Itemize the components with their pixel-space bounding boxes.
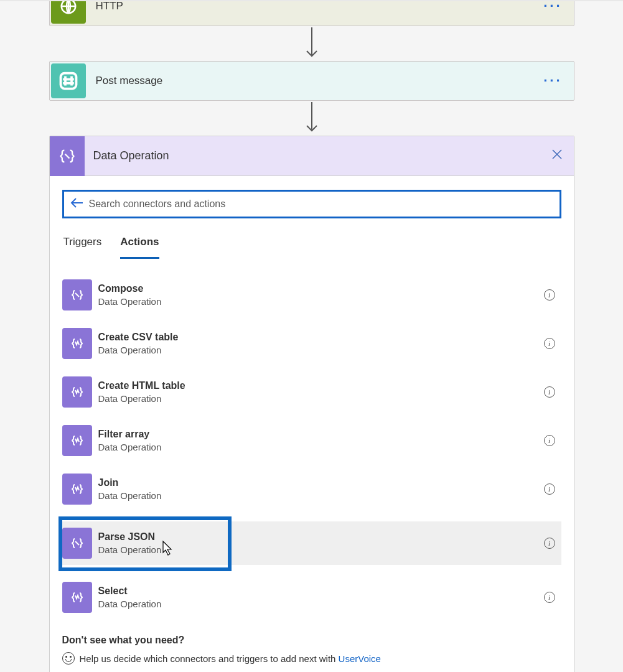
panel-footer: Don't see what you need? Help us decide …	[62, 635, 561, 665]
action-name: Compose	[98, 282, 544, 296]
action-sub: Data Operation	[98, 490, 544, 502]
code-braces-icon	[62, 279, 92, 310]
action-sub: Data Operation	[98, 441, 544, 454]
more-icon[interactable]: ···	[543, 73, 573, 89]
code-braces-icon	[62, 474, 92, 505]
action-sub: Data Operation	[98, 598, 544, 610]
info-icon[interactable]: i	[544, 483, 555, 495]
svg-line-8	[65, 154, 69, 158]
action-name: Create CSV table	[98, 331, 544, 344]
action-filter-array[interactable]: Filter array Data Operation i	[62, 424, 561, 457]
code-braces-icon	[62, 425, 92, 456]
globe-icon	[51, 0, 86, 24]
step-post-title: Post message	[88, 75, 544, 87]
action-name: Join	[98, 477, 544, 490]
action-name: Filter array	[98, 428, 544, 441]
info-icon[interactable]: i	[544, 592, 555, 603]
code-braces-icon	[50, 136, 85, 176]
back-arrow-icon[interactable]	[70, 197, 84, 212]
action-text: Join Data Operation	[92, 477, 544, 502]
info-icon[interactable]: i	[544, 289, 555, 301]
svg-line-13	[75, 541, 79, 545]
action-text: Create HTML table Data Operation	[92, 380, 544, 404]
action-sub: Data Operation	[98, 544, 544, 556]
data-operation-panel: Data Operation Triggers Actions	[49, 136, 574, 672]
tabs: Triggers Actions	[62, 236, 561, 259]
action-name: Parse JSON	[98, 531, 544, 544]
info-icon[interactable]: i	[544, 435, 555, 446]
page-top-edge	[0, 0, 623, 1]
step-http[interactable]: HTTP ···	[49, 0, 574, 26]
code-braces-icon	[62, 582, 92, 613]
uservoice-link[interactable]: UserVoice	[339, 653, 381, 664]
panel-header: Data Operation	[50, 136, 574, 176]
arrow-down-icon	[0, 26, 623, 61]
info-icon[interactable]: i	[544, 386, 555, 398]
arrow-down-icon	[0, 101, 623, 136]
action-create-csv-table[interactable]: Create CSV table Data Operation i	[62, 327, 561, 360]
more-icon[interactable]: ···	[543, 0, 573, 14]
tab-triggers[interactable]: Triggers	[63, 236, 102, 259]
action-parse-json[interactable]: Parse JSON Data Operation i	[59, 521, 561, 565]
action-sub: Data Operation	[98, 296, 544, 308]
actions-list: Compose Data Operation i Create CSV tabl…	[62, 279, 561, 614]
action-sub: Data Operation	[98, 393, 544, 405]
action-text: Compose Data Operation	[92, 282, 544, 307]
code-braces-icon	[62, 528, 92, 559]
action-sub: Data Operation	[98, 344, 544, 357]
action-name: Select	[98, 585, 544, 598]
action-text: Filter array Data Operation	[92, 428, 544, 453]
hash-icon	[51, 63, 86, 98]
info-icon[interactable]: i	[544, 538, 555, 549]
action-text: Create CSV table Data Operation	[92, 331, 544, 356]
action-join[interactable]: Join Data Operation i	[62, 473, 561, 505]
flow-canvas: HTTP ··· Post message ···	[0, 0, 623, 672]
footer-title: Don't see what you need?	[62, 635, 561, 646]
action-create-html-table[interactable]: Create HTML table Data Operation i	[62, 376, 561, 408]
action-text: Select Data Operation	[92, 585, 544, 610]
action-name: Create HTML table	[98, 380, 544, 393]
close-icon[interactable]	[551, 149, 574, 163]
svg-line-12	[75, 293, 79, 297]
highlighted-action: Parse JSON Data Operation i	[62, 521, 561, 565]
panel-body: Triggers Actions Compose Data Operation …	[50, 176, 574, 672]
action-compose[interactable]: Compose Data Operation i	[62, 279, 561, 311]
search-container	[62, 190, 561, 218]
step-http-title: HTTP	[88, 0, 544, 12]
action-text: Parse JSON Data Operation	[92, 531, 544, 556]
code-braces-icon	[62, 376, 92, 408]
panel-title: Data Operation	[85, 149, 551, 162]
code-braces-icon	[62, 328, 92, 359]
footer-help-text: Help us decide which connectors and trig…	[80, 653, 339, 664]
smile-icon	[62, 652, 75, 665]
action-select[interactable]: Select Data Operation i	[62, 581, 561, 614]
search-input[interactable]	[89, 198, 553, 210]
footer-text: Help us decide which connectors and trig…	[62, 652, 561, 665]
step-post-message[interactable]: Post message ···	[49, 61, 574, 101]
info-icon[interactable]: i	[544, 338, 555, 349]
tab-actions[interactable]: Actions	[120, 236, 159, 259]
svg-rect-2	[60, 73, 76, 89]
